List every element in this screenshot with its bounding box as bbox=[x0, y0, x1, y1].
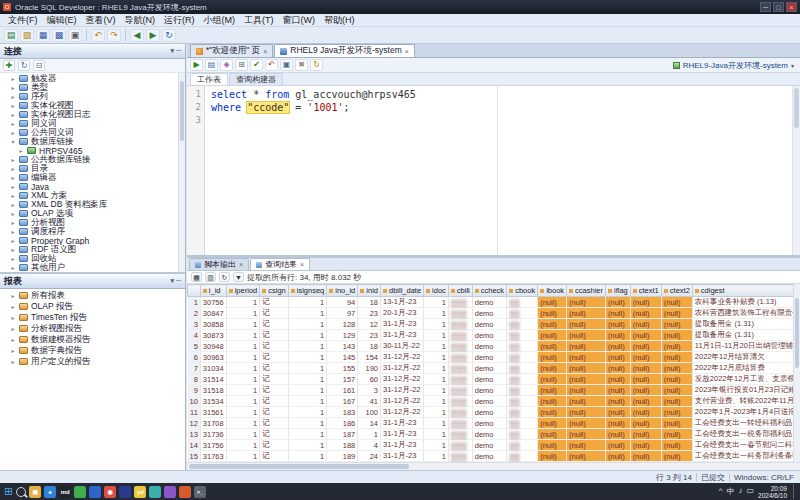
expand-arrow-icon[interactable]: ▸ bbox=[10, 347, 16, 354]
grid-cell[interactable]: 提取备用金 (1.31) bbox=[692, 330, 800, 341]
grid-cell[interactable]: 3 bbox=[358, 385, 381, 396]
grid-cell[interactable]: 1 bbox=[288, 297, 327, 308]
grid-cell[interactable]: ▒▒▒ bbox=[448, 341, 472, 352]
expand-arrow-icon[interactable]: ▸ bbox=[18, 147, 24, 154]
grid-cell[interactable]: 记 bbox=[260, 352, 289, 363]
grid-cell[interactable]: ▒▒▒ bbox=[448, 407, 472, 418]
grid-cell[interactable]: (null) bbox=[630, 451, 661, 462]
row-number-cell[interactable]: 2 bbox=[188, 308, 201, 319]
expand-arrow-icon[interactable]: ▸ bbox=[10, 219, 16, 226]
column-header-isignseq[interactable]: isignseq bbox=[288, 285, 327, 297]
history-icon[interactable]: ↻ bbox=[310, 59, 323, 71]
connections-tree-item[interactable]: ▸同义词 bbox=[0, 119, 185, 128]
grid-cell[interactable]: 157 bbox=[327, 374, 358, 385]
grid-cell[interactable]: 11月1日-11月20日出纳管理辅助账费 bbox=[692, 341, 800, 352]
grid-cell[interactable]: (null) bbox=[567, 297, 606, 308]
grid-cell[interactable]: (null) bbox=[538, 396, 567, 407]
grid-cell[interactable]: demo bbox=[472, 319, 506, 330]
grid-cell[interactable]: 1 bbox=[424, 407, 449, 418]
grid-cell[interactable]: demo bbox=[472, 440, 506, 451]
expand-arrow-icon[interactable]: ▸ bbox=[10, 314, 16, 321]
grid-cell[interactable]: 1 bbox=[424, 319, 449, 330]
grid-cell[interactable]: 1 bbox=[288, 429, 327, 440]
grid-cell[interactable]: demo bbox=[472, 418, 506, 429]
redo-icon[interactable]: ↷ bbox=[107, 29, 121, 42]
grid-cell[interactable]: (null) bbox=[630, 374, 661, 385]
grid-cell[interactable]: 23 bbox=[358, 308, 381, 319]
grid-cell[interactable]: 1 bbox=[424, 396, 449, 407]
connections-tree-item[interactable]: ▸目录 bbox=[0, 164, 185, 173]
grid-cell[interactable]: (null) bbox=[567, 341, 606, 352]
expand-arrow-icon[interactable]: ▸ bbox=[10, 292, 16, 299]
close-tab-icon[interactable]: × bbox=[300, 261, 304, 268]
grid-cell[interactable]: 1 bbox=[226, 319, 260, 330]
connections-tree-item[interactable]: ▸分析视图 bbox=[0, 218, 185, 227]
grid-cell[interactable]: 30948 bbox=[200, 341, 226, 352]
column-header-ctext2[interactable]: ctext2 bbox=[661, 285, 692, 297]
grid-cell[interactable]: 24 bbox=[358, 451, 381, 462]
column-header-dbill_date[interactable]: dbill_date bbox=[380, 285, 423, 297]
grid-cell[interactable]: 1 bbox=[226, 297, 260, 308]
connections-tree-item[interactable]: ▸公共数据库链接 bbox=[0, 155, 185, 164]
grid-cell[interactable]: 1 bbox=[424, 330, 449, 341]
grid-cell[interactable]: (null) bbox=[538, 352, 567, 363]
expand-arrow-icon[interactable]: ▸ bbox=[10, 237, 16, 244]
grid-cell[interactable]: (null) bbox=[606, 407, 631, 418]
grid-cell[interactable]: demo bbox=[472, 308, 506, 319]
expand-arrow-icon[interactable]: ▸ bbox=[10, 255, 16, 262]
grid-cell[interactable]: (null) bbox=[606, 418, 631, 429]
grid-cell[interactable]: (null) bbox=[567, 407, 606, 418]
expand-arrow-icon[interactable]: ▸ bbox=[10, 129, 16, 136]
grid-cell[interactable]: 2023年银行投资01月23日记账 bbox=[692, 385, 800, 396]
grid-cell[interactable]: ▒▒ bbox=[507, 352, 538, 363]
grid-cell[interactable]: (null) bbox=[606, 440, 631, 451]
grid-cell[interactable]: 188 bbox=[327, 440, 358, 451]
grid-cell[interactable]: 23 bbox=[358, 330, 381, 341]
collapse-all-icon[interactable]: ⊟ bbox=[33, 60, 45, 71]
column-header-ctext1[interactable]: ctext1 bbox=[630, 285, 661, 297]
grid-cell[interactable]: ▒▒ bbox=[507, 308, 538, 319]
grid-cell[interactable]: 129 bbox=[327, 330, 358, 341]
grid-cell[interactable]: 1 bbox=[424, 418, 449, 429]
grid-cell[interactable]: 记 bbox=[260, 451, 289, 462]
grid-cell[interactable]: ▒▒ bbox=[507, 319, 538, 330]
menu-item-8[interactable]: 帮助(H) bbox=[320, 14, 359, 27]
connections-tree-item[interactable]: ▸调度程序 bbox=[0, 227, 185, 236]
expand-arrow-icon[interactable]: ▸ bbox=[10, 201, 16, 208]
grid-cell[interactable]: (null) bbox=[661, 396, 692, 407]
close-tab-icon[interactable]: × bbox=[239, 261, 243, 268]
grid-cell[interactable]: ▒▒▒ bbox=[448, 418, 472, 429]
grid-cell[interactable]: 31-12月-22 bbox=[380, 385, 423, 396]
connections-tree-item[interactable]: ▸序列 bbox=[0, 92, 185, 101]
grid-cell[interactable]: 18 bbox=[358, 297, 381, 308]
grid-cell[interactable]: (null) bbox=[606, 308, 631, 319]
grid-cell[interactable]: (null) bbox=[630, 297, 661, 308]
grid-cell[interactable]: (null) bbox=[661, 352, 692, 363]
save-all-icon[interactable]: ▩ bbox=[52, 29, 66, 42]
grid-cell[interactable]: (null) bbox=[538, 319, 567, 330]
grid-cell[interactable]: 187 bbox=[327, 429, 358, 440]
grid-cell[interactable]: 190 bbox=[358, 363, 381, 374]
row-number-cell[interactable]: 15 bbox=[188, 451, 201, 462]
panel-menu-icon[interactable]: ▾ ─ bbox=[171, 47, 181, 55]
grid-cell[interactable]: 31-12月-22 bbox=[380, 363, 423, 374]
connections-tree-item[interactable]: ▸编辑器 bbox=[0, 173, 185, 182]
grid-cell[interactable]: 167 bbox=[327, 396, 358, 407]
grid-cell[interactable]: (null) bbox=[630, 396, 661, 407]
expand-arrow-icon[interactable]: ▾ bbox=[10, 138, 16, 145]
grid-cell[interactable]: 31-1月-23 bbox=[380, 440, 423, 451]
connections-tree-item[interactable]: ▸公共同义词 bbox=[0, 128, 185, 137]
row-number-cell[interactable]: 5 bbox=[188, 341, 201, 352]
taskbar-app-icon[interactable]: e bbox=[44, 486, 56, 498]
grid-cell[interactable]: 31-12月-22 bbox=[380, 352, 423, 363]
grid-cell[interactable]: 20-1月-23 bbox=[380, 308, 423, 319]
row-number-cell[interactable]: 9 bbox=[188, 385, 201, 396]
column-header-cbill[interactable]: cbill bbox=[448, 285, 472, 297]
grid-cell[interactable]: 支付营业费、转账2022年11月经营手续费利分红费 bbox=[692, 396, 800, 407]
worksheet-subtab-0[interactable]: 工作表 bbox=[190, 73, 228, 85]
grid-cell[interactable]: demo bbox=[472, 396, 506, 407]
grid-cell[interactable]: 工会经费支出一税务部福利品购销辅助费补助款 bbox=[692, 429, 800, 440]
close-tab-icon[interactable]: × bbox=[263, 48, 267, 55]
grid-cell[interactable]: (null) bbox=[661, 418, 692, 429]
menu-item-2[interactable]: 查看(V) bbox=[82, 14, 120, 27]
